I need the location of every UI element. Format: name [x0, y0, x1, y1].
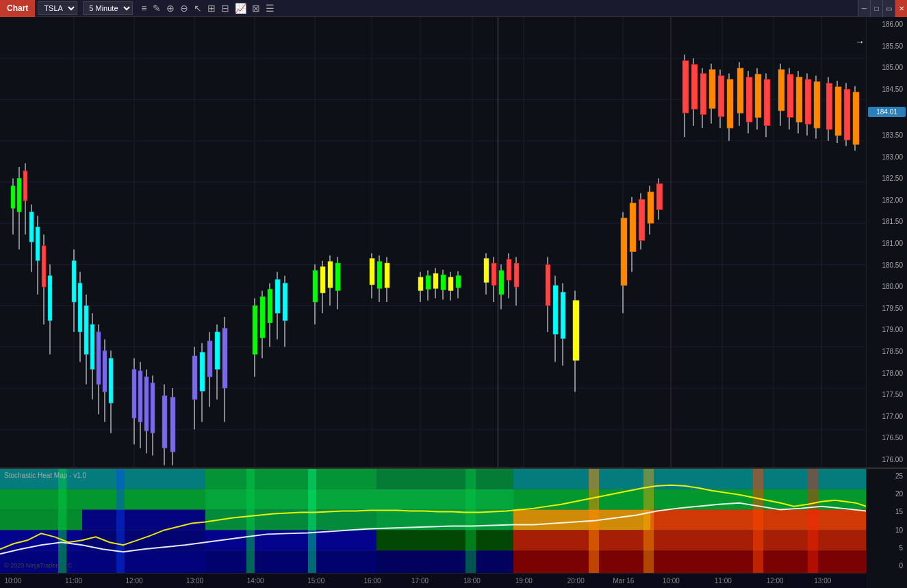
svg-rect-205 [308, 469, 316, 573]
main-container: 186.00 185.50 185.00 184.50 184.01 183.5… [0, 17, 907, 588]
svg-rect-42 [78, 283, 82, 332]
time-1300: 13:00 [186, 577, 203, 585]
svg-rect-203 [116, 469, 125, 573]
chart-canvas[interactable] [0, 17, 866, 467]
svg-rect-198 [205, 550, 376, 573]
zoom-in-icon[interactable]: ⊕ [166, 3, 175, 14]
svg-rect-100 [418, 277, 423, 291]
svg-rect-36 [42, 246, 46, 287]
svg-rect-199 [376, 550, 513, 573]
svg-rect-86 [313, 270, 318, 302]
time-1100b: 11:00 [715, 577, 732, 585]
svg-rect-38 [48, 276, 52, 321]
stoch-level-10: 10 [868, 526, 906, 534]
svg-rect-188 [376, 510, 513, 531]
maximize-button[interactable]: □ [870, 0, 882, 17]
svg-rect-94 [370, 259, 374, 285]
price-level-184-50: 184.50 [868, 86, 906, 93]
svg-rect-182 [205, 489, 376, 510]
svg-rect-150 [727, 79, 733, 128]
scale-icon[interactable]: ⊠ [252, 3, 260, 14]
stoch-level-0: 0 [868, 562, 906, 570]
title-bar: Chart TSLA 5 Minute ≡ ✎ ⊕ ⊖ ↖ ⊞ ⊟ 📈 ⊠ ☰ … [0, 0, 907, 17]
restore-button[interactable]: ▭ [882, 0, 895, 17]
svg-rect-128 [573, 301, 579, 361]
time-1000: 10:00 [4, 577, 21, 585]
split-icon[interactable]: ⊟ [221, 3, 229, 14]
svg-rect-32 [29, 212, 34, 242]
price-level-185-50: 185.50 [868, 42, 906, 50]
svg-rect-204 [246, 469, 255, 573]
svg-rect-195 [513, 530, 650, 550]
svg-rect-164 [796, 77, 802, 123]
svg-rect-189 [513, 510, 650, 531]
svg-rect-178 [205, 469, 376, 489]
candlestick-chart [0, 17, 866, 467]
price-level-177-50: 177.50 [868, 391, 906, 398]
svg-rect-68 [200, 352, 205, 391]
svg-rect-114 [491, 263, 496, 285]
minimize-button[interactable]: ─ [858, 0, 870, 17]
draw-icon[interactable]: ✎ [153, 3, 161, 14]
zoom-out-icon[interactable]: ⊖ [180, 3, 188, 14]
svg-rect-192 [82, 530, 205, 550]
time-1200b: 12:00 [767, 577, 784, 585]
svg-rect-40 [72, 261, 76, 302]
svg-rect-136 [648, 192, 654, 223]
price-level-183-50: 183.50 [868, 131, 906, 139]
cursor-icon[interactable]: ↖ [194, 3, 202, 14]
svg-rect-108 [448, 277, 453, 291]
svg-rect-144 [700, 73, 706, 114]
price-level-186: 186.00 [868, 21, 906, 28]
svg-rect-210 [808, 469, 818, 573]
svg-rect-130 [621, 218, 627, 285]
svg-rect-209 [753, 469, 763, 573]
price-level-181: 181.00 [868, 240, 906, 247]
price-arrow: → [855, 36, 865, 47]
price-level-178-50: 178.50 [868, 348, 906, 355]
svg-rect-154 [746, 77, 752, 123]
svg-rect-170 [826, 83, 832, 129]
svg-rect-181 [0, 489, 205, 510]
svg-rect-126 [561, 292, 565, 339]
svg-rect-30 [23, 170, 27, 201]
svg-rect-70 [207, 341, 212, 377]
svg-rect-186 [82, 510, 205, 531]
bar-chart-icon[interactable]: ≡ [141, 3, 146, 14]
svg-rect-28 [17, 178, 21, 212]
symbol-select[interactable]: TSLA [38, 1, 77, 15]
svg-rect-166 [805, 79, 811, 125]
svg-rect-106 [441, 275, 446, 290]
price-level-182: 182.00 [868, 196, 906, 204]
price-level-181-50: 181.50 [868, 218, 906, 225]
svg-rect-122 [546, 264, 550, 305]
toolbar: ≡ ✎ ⊕ ⊖ ↖ ⊞ ⊟ 📈 ⊠ ☰ [141, 3, 274, 14]
time-2000: 20:00 [567, 577, 585, 585]
timeframe-select[interactable]: 5 Minute [83, 1, 133, 15]
indicator-icon[interactable]: 📈 [235, 3, 246, 14]
svg-rect-124 [553, 285, 558, 334]
properties-icon[interactable]: ☰ [266, 3, 274, 14]
svg-rect-168 [814, 81, 820, 128]
svg-rect-80 [268, 289, 272, 322]
svg-rect-152 [737, 68, 743, 113]
svg-rect-98 [385, 263, 389, 287]
svg-rect-116 [499, 270, 504, 294]
time-axis: 10:00 11:00 12:00 13:00 14:00 15:00 16:0… [0, 573, 866, 588]
svg-rect-162 [787, 74, 793, 118]
svg-rect-34 [36, 227, 40, 261]
stoch-level-15: 15 [868, 508, 906, 515]
time-1800: 18:00 [463, 577, 481, 585]
svg-rect-208 [643, 469, 654, 573]
price-level-182-50: 182.50 [868, 175, 906, 182]
close-button[interactable]: ✕ [895, 0, 907, 17]
svg-rect-132 [630, 203, 636, 252]
time-1900: 19:00 [515, 577, 533, 585]
svg-rect-26 [11, 186, 15, 208]
svg-rect-142 [691, 64, 698, 110]
template-icon[interactable]: ⊞ [207, 3, 216, 14]
stoch-level-20: 20 [868, 490, 906, 498]
svg-rect-146 [709, 70, 715, 109]
svg-rect-90 [328, 261, 333, 287]
svg-rect-44 [84, 306, 88, 355]
